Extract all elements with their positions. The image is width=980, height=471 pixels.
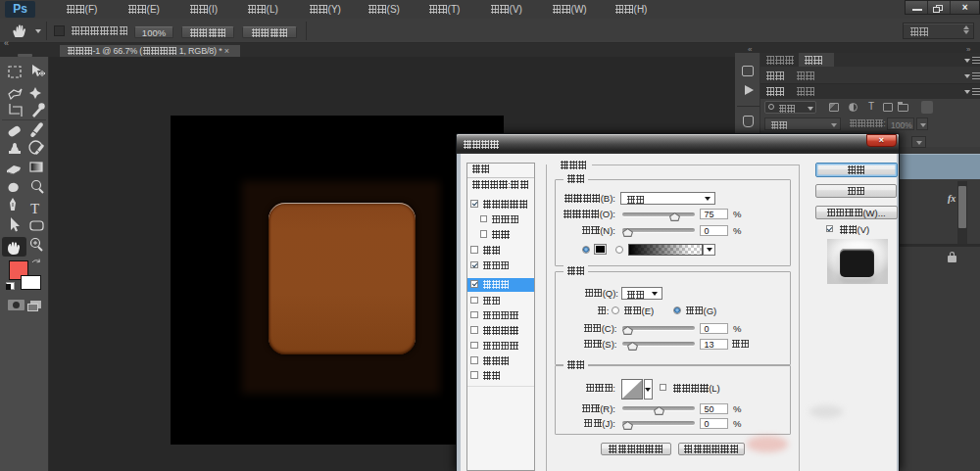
svg-text:T: T bbox=[30, 201, 39, 216]
